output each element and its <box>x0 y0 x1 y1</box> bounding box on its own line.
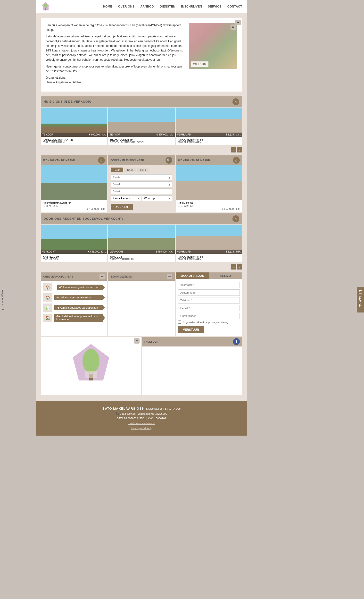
sidebar-left[interactable]: Inloggen move.nl <box>0 287 6 312</box>
footer-privacy-line: Privacyverklaring <box>41 426 242 431</box>
stat-clock-icon-4: 🏠 <box>45 316 50 320</box>
woning-left-price: € 495.000,- k.k. <box>43 207 105 210</box>
verkocht-info-2: SINGEL 6 5395 TC TEEFFELEN <box>108 254 175 262</box>
nav-inschrijven[interactable]: INSCHRIJVEN <box>181 5 202 8</box>
search-header: ZOEKEN IN 43 WONINGEN 🔍 <box>108 155 175 165</box>
telefoon-input[interactable] <box>178 297 240 303</box>
nav-diensten[interactable]: DIENSTEN <box>160 5 175 8</box>
verkoop-home-icon[interactable]: ⌂ <box>233 98 239 105</box>
stat-icon-box-4: 🏠 <box>43 314 52 322</box>
nav-contact[interactable]: CONTACT <box>227 5 242 8</box>
facebook-header: FACEBOOK f <box>142 337 242 346</box>
stats-edit-icon[interactable]: ✏ <box>99 274 105 279</box>
nav-over-ons[interactable]: OVER ONS <box>118 5 134 8</box>
intro-line3: Neem gerust contact met ons op voor een … <box>46 64 184 74</box>
verkocht-card-2[interactable]: VERKOCHT € 750.000,- K.K. SINGEL 6 5395 … <box>108 225 175 262</box>
search-street2-input[interactable] <box>111 188 172 194</box>
woning-right-price: € 500.000,- k.k. <box>178 207 240 210</box>
footer-email-line: oss@batomakelaars.nl <box>41 421 242 426</box>
footer-company: BATO MAKELAARS OSS <box>102 407 144 410</box>
stat-item-4: 🏠 Gemiddelde doorloop van verkocht in ma… <box>43 314 105 322</box>
search-place-input[interactable] <box>111 174 172 180</box>
woning-left-header: WONING VAN DE MAAND ⌂ <box>41 155 107 165</box>
verkocht-card-3[interactable]: VERHUURD € 1.115,- P.M. RINGOVENPARK 55 … <box>176 225 242 262</box>
intro-line2: Bato Makelaars en Woningadviseurs regelt… <box>46 34 184 62</box>
property-status-2: TE KOOP <box>110 133 120 136</box>
footer-btw-line: BTW: NL805673945B01 | KvK: 16006702 <box>41 416 242 421</box>
contact-tab-bel[interactable]: BEL MIJ <box>209 273 242 279</box>
achternaam-input[interactable] <box>178 290 240 296</box>
privacy-checkbox[interactable] <box>178 320 181 324</box>
site-header: HOME OVER ONS AANBOD DIENSTEN INSCHRIJVE… <box>36 0 247 13</box>
stat-text-4: Gemiddelde doorloop van verkocht in maan… <box>54 314 105 322</box>
stat-icon-box-2: 🏠 <box>43 293 52 301</box>
facebook-icon-btn[interactable]: f <box>233 338 240 345</box>
woning-left: WONING VAN DE MAAND ⌂ HERTOGENSINGEL 90 … <box>41 155 107 212</box>
nav-home[interactable]: HOME <box>103 5 112 8</box>
contact-tabs: MAAK AFSPRAAK BEL MIJ <box>176 273 242 279</box>
search-tab-koop[interactable]: Koop <box>124 167 136 172</box>
search-icon-btn[interactable]: 🔍 <box>165 157 172 164</box>
verkocht-image-1: VERKOCHT € 595.000,- K.K. <box>41 225 107 254</box>
woning-left-home-icon[interactable]: ⌂ <box>98 157 105 164</box>
beoordelingen-edit-icon[interactable]: ✏ <box>167 274 172 279</box>
facebook-title: FACEBOOK <box>144 340 158 343</box>
property-price-3: € 1.115,- p.m. <box>226 133 241 136</box>
surface-dropdown-wrapper: Woon opp ▼ <box>142 195 172 201</box>
voornaam-input[interactable] <box>178 282 240 288</box>
property-city-1: 5351 BJ BERGHEM <box>43 141 105 144</box>
property-card-1[interactable]: TE KOOP € 800.000,- k.k. PARLEVLIETSTRAA… <box>41 107 107 145</box>
arrow-next-2[interactable]: ► <box>237 264 242 270</box>
nav-service[interactable]: SERVICE <box>208 5 222 8</box>
verkocht-home-icon[interactable]: ⌂ <box>233 215 239 222</box>
rooms-select[interactable]: Aantal kamers <box>111 195 141 201</box>
stat-item-2: 🏠 Aantal woningen in de verhuur <box>43 293 105 301</box>
verkocht-grid: VERKOCHT € 595.000,- K.K. KASTEEL 19 534… <box>41 225 242 262</box>
search-tabs: Beide Koop Huur <box>111 167 172 172</box>
verkocht-card-1[interactable]: VERKOCHT € 595.000,- K.K. KASTEEL 19 534… <box>41 225 107 262</box>
logo-edit-icon[interactable]: ✏ <box>134 338 139 344</box>
verkoop-header: NU BIJ ONS IN DE VERKOOP: ⌂ <box>41 97 242 107</box>
stats-card: ONZE VERKOOPCIJFERS ✏ 🏠 40 Aantal woning… <box>41 273 107 336</box>
verkocht-section: DOOR ONS RECENT EN SUCCESVOL VERKOCHT: ⌂… <box>41 213 242 272</box>
verstuur-button[interactable]: VERSTUUR <box>178 326 204 333</box>
stat-house-icon-2: 🏠 <box>45 295 50 300</box>
contact-form: Ik ga akkoord met de privacyverklaring V… <box>176 279 242 336</box>
svg-rect-6 <box>85 371 97 378</box>
surface-select[interactable]: Woon opp <box>142 195 172 201</box>
search-tab-beide[interactable]: Beide <box>111 167 123 172</box>
nav-aanbod[interactable]: AANBOD <box>140 5 154 8</box>
opmerkingen-input[interactable] <box>178 313 240 319</box>
verkocht-title: DOOR ONS RECENT EN SUCCESVOL VERKOCHT: <box>44 217 123 220</box>
property-price-2: € 475.000,- k.k. <box>156 133 173 136</box>
arrow-prev-2[interactable]: ◄ <box>231 264 236 270</box>
woning-right-home-icon[interactable]: ⌂ <box>233 157 240 164</box>
search-tab-huur[interactable]: Huur <box>137 167 149 172</box>
verkocht-status-bar-2: VERKOCHT € 750.000,- K.K. <box>108 250 175 254</box>
search-button[interactable]: ZOEKEN <box>111 204 133 210</box>
facebook-body <box>142 346 242 395</box>
intro-text: Een huis verkopen of kopen in de regio O… <box>46 23 184 87</box>
woning-right-info: HARNAS 96 5346 WR OSS € 500.000,- k.k. <box>176 200 242 212</box>
footer-phone: 0412-624666 | Whatsapp: 06-36226000 <box>120 412 167 415</box>
beoordelingen-body <box>108 281 175 317</box>
verkocht-image-2: VERKOCHT € 750.000,- K.K. <box>108 225 175 254</box>
property-card-3[interactable]: VERHUURD € 1.115,- p.m. RINGOVENPARK 55 … <box>176 107 242 145</box>
email-input[interactable] <box>178 305 240 311</box>
intro-top-edit-icon[interactable]: ✏ <box>235 20 241 25</box>
beoordelingen-header: BEOORDELINGEN ✏ <box>108 273 175 281</box>
verkocht-status-3: VERHUURD <box>177 250 191 253</box>
svg-point-1 <box>44 3 47 8</box>
privacy-checkbox-row: Ik ga akkoord met de privacyverklaring <box>178 320 240 324</box>
intro-edit-icon[interactable]: ✏ <box>231 25 236 30</box>
footer-privacy-link[interactable]: Privacyverklaring <box>131 427 152 430</box>
property-card-2[interactable]: TE KOOP € 475.000,- k.k. BLOKPOLDER 49 5… <box>108 107 175 145</box>
arrow-prev-1[interactable]: ◄ <box>231 147 236 152</box>
arrow-next-1[interactable]: ► <box>237 147 242 152</box>
sidebar-right-favorites[interactable]: Mijn favorieten <box>357 287 364 312</box>
contact-tab-afspraak[interactable]: MAAK AFSPRAAK <box>176 273 209 279</box>
footer-email-link[interactable]: oss@batomakelaars.nl <box>128 422 155 425</box>
privacy-label: Ik ga akkoord met de privacyverklaring <box>183 321 228 324</box>
search-street-input[interactable] <box>111 181 172 187</box>
verkoop-section: NU BIJ ONS IN DE VERKOOP: ⌂ TE KOOP € 80… <box>41 97 242 154</box>
